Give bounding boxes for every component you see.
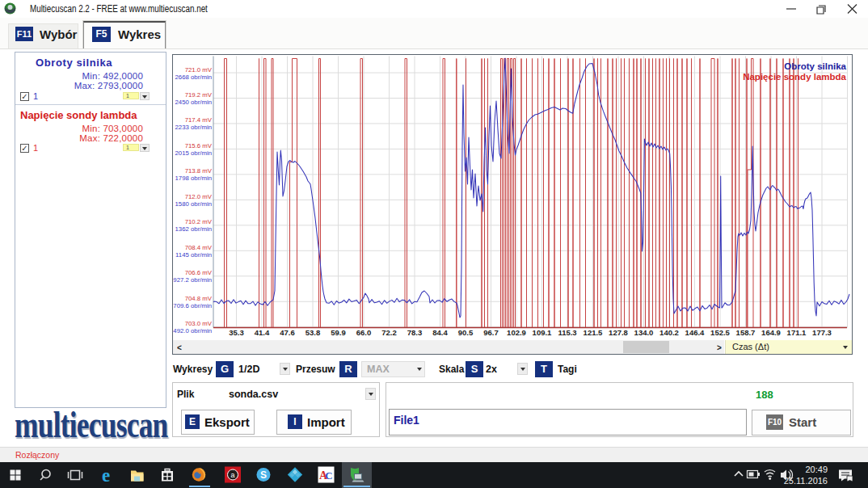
- svg-text:158.7: 158.7: [736, 328, 756, 337]
- svg-text:492.0 obr/min: 492.0 obr/min: [173, 327, 212, 334]
- svg-text:127.8: 127.8: [609, 328, 628, 337]
- svg-text:59.9: 59.9: [331, 328, 346, 337]
- svg-text:1145 obr/min: 1145 obr/min: [175, 251, 212, 259]
- svg-text:1362 obr/min: 1362 obr/min: [175, 225, 212, 233]
- svg-text:1798 obr/min: 1798 obr/min: [175, 175, 212, 182]
- svg-text:C: C: [325, 469, 332, 482]
- svg-text:703.0 mV: 703.0 mV: [185, 320, 213, 327]
- svg-text:S: S: [260, 469, 267, 481]
- svg-text:115.3: 115.3: [558, 328, 576, 337]
- svg-text:121.5: 121.5: [584, 328, 603, 337]
- svg-text:134.0: 134.0: [634, 328, 654, 337]
- svg-text:78.3: 78.3: [407, 328, 423, 337]
- svg-text:2668 obr/min: 2668 obr/min: [175, 74, 212, 81]
- svg-text:96.7: 96.7: [483, 328, 499, 337]
- svg-text:721.0 mV: 721.0 mV: [185, 66, 213, 74]
- svg-text:2233 obr/min: 2233 obr/min: [175, 124, 212, 131]
- svg-text:164.9: 164.9: [761, 328, 781, 337]
- svg-text:Napięcie sondy lambda: Napięcie sondy lambda: [743, 72, 846, 82]
- svg-text:712.0 mV: 712.0 mV: [185, 193, 213, 200]
- svg-text:152.5: 152.5: [710, 328, 730, 337]
- svg-text:927.2 obr/min: 927.2 obr/min: [173, 276, 212, 284]
- svg-text:171.1: 171.1: [787, 328, 807, 337]
- svg-text:704.8 mV: 704.8 mV: [185, 295, 213, 302]
- svg-text:109.1: 109.1: [533, 328, 552, 337]
- svg-text:35.3: 35.3: [229, 328, 244, 337]
- svg-text:715.6 mV: 715.6 mV: [185, 142, 213, 149]
- svg-text:a: a: [230, 471, 234, 479]
- svg-text:47.6: 47.6: [280, 328, 295, 337]
- svg-text:53.8: 53.8: [305, 328, 321, 337]
- svg-text:2450 obr/min: 2450 obr/min: [175, 99, 212, 106]
- svg-text:41.4: 41.4: [255, 328, 270, 337]
- svg-text:66.0: 66.0: [356, 328, 372, 337]
- svg-text:140.2: 140.2: [659, 328, 679, 337]
- svg-text:717.4 mV: 717.4 mV: [185, 116, 213, 124]
- svg-text:1580 obr/min: 1580 obr/min: [175, 200, 212, 208]
- svg-text:710.2 mV: 710.2 mV: [185, 218, 213, 225]
- svg-text:146.4: 146.4: [685, 328, 705, 337]
- svg-text:719.2 mV: 719.2 mV: [185, 91, 213, 99]
- svg-text:84.4: 84.4: [432, 328, 448, 337]
- svg-text:708.4 mV: 708.4 mV: [185, 244, 213, 251]
- svg-text:709.6 obr/min: 709.6 obr/min: [173, 302, 212, 309]
- svg-text:e: e: [102, 465, 110, 486]
- svg-text:2015 obr/min: 2015 obr/min: [175, 149, 212, 157]
- svg-text:706.6 mV: 706.6 mV: [185, 269, 213, 276]
- svg-text:72.2: 72.2: [381, 328, 397, 337]
- svg-text:102.9: 102.9: [507, 328, 526, 337]
- svg-text:177.3: 177.3: [812, 328, 832, 337]
- svg-text:Obroty silnika: Obroty silnika: [784, 61, 846, 71]
- svg-text:90.5: 90.5: [458, 328, 474, 337]
- svg-text:713.8 mV: 713.8 mV: [185, 167, 213, 175]
